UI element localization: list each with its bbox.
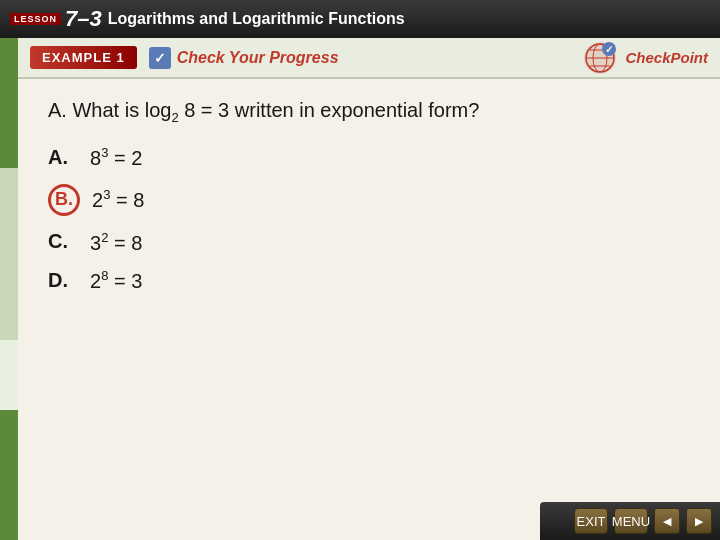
side-panel-middle (0, 168, 18, 340)
checkpoint-logo: ✓ CheckPoint (581, 39, 708, 77)
header-bar: LESSON 7–3 Logarithms and Logarithmic Fu… (0, 0, 720, 38)
header-left: LESSON 7–3 Logarithms and Logarithmic Fu… (10, 6, 405, 32)
checkpoint-text: CheckPoint (625, 49, 708, 66)
answer-expr-c: 32 = 8 (90, 230, 142, 255)
check-your-progress-label: Check Your Progress (177, 49, 339, 67)
question-text: A. What is log2 8 = 3 written in exponen… (48, 99, 690, 125)
answer-letter-a: A. (48, 146, 78, 169)
lesson-label: LESSON (10, 13, 61, 25)
answer-expr-b: 23 = 8 (92, 187, 144, 212)
answer-row-d: D. 28 = 3 (48, 268, 690, 293)
checkpoint-icon: ✓ (581, 39, 619, 77)
bottom-nav: EXIT MENU ◀ ▶ (540, 502, 720, 540)
check-icon (149, 47, 171, 69)
answer-expr-a: 83 = 2 (90, 145, 142, 170)
answer-row-b: B. 23 = 8 (48, 184, 690, 216)
answer-row-c: C. 32 = 8 (48, 230, 690, 255)
prev-button[interactable]: ◀ (654, 508, 680, 534)
exit-button[interactable]: EXIT (574, 508, 608, 534)
answers: A. 83 = 2 B. 23 = 8 C. 32 = 8 D. 28 = 3 (18, 135, 720, 303)
main-content: EXAMPLE 1 Check Your Progress ✓ CheckPoi… (18, 38, 720, 540)
side-panel-top (0, 38, 18, 168)
lesson-number: 7–3 (65, 6, 102, 32)
side-panel-bottom (0, 410, 18, 540)
svg-text:✓: ✓ (605, 44, 613, 55)
example-header: EXAMPLE 1 Check Your Progress ✓ CheckPoi… (18, 38, 720, 79)
example-badge: EXAMPLE 1 (30, 46, 137, 69)
answer-letter-d: D. (48, 269, 78, 292)
lesson-title: Logarithms and Logarithmic Functions (108, 10, 405, 28)
answer-letter-c: C. (48, 230, 78, 253)
next-button[interactable]: ▶ (686, 508, 712, 534)
answer-expr-d: 28 = 3 (90, 268, 142, 293)
menu-button[interactable]: MENU (614, 508, 648, 534)
answer-letter-b: B. (48, 184, 80, 216)
question-area: A. What is log2 8 = 3 written in exponen… (18, 79, 720, 135)
answer-row-a: A. 83 = 2 (48, 145, 690, 170)
